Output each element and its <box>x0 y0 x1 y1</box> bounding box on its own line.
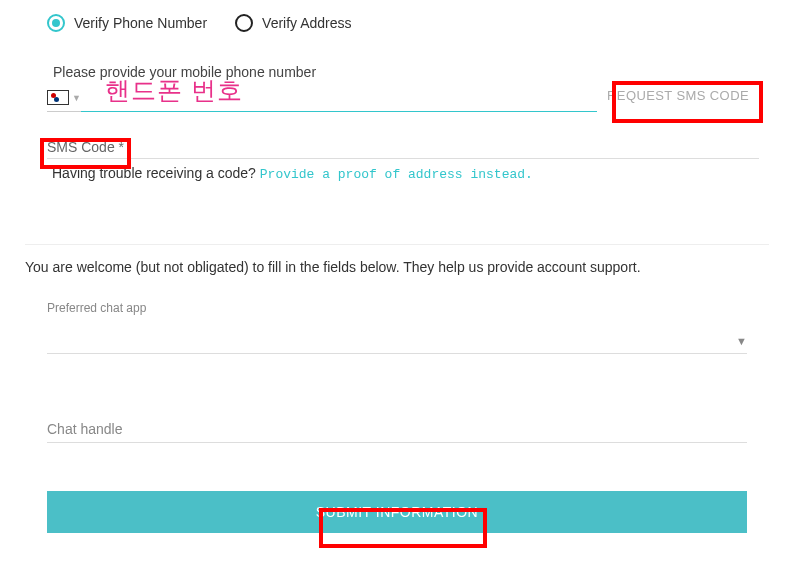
phone-prompt: Please provide your mobile phone number <box>53 64 769 80</box>
radio-icon <box>47 14 65 32</box>
sms-code-label: SMS Code * <box>47 139 124 155</box>
trouble-row: Having trouble receiving a code? Provide… <box>52 165 769 182</box>
proof-of-address-link[interactable]: Provide a proof of address instead. <box>260 167 533 182</box>
verify-address-option[interactable]: Verify Address <box>235 14 352 32</box>
verify-phone-label: Verify Phone Number <box>74 15 207 31</box>
chat-handle-block <box>47 420 747 443</box>
country-select[interactable]: ▼ <box>47 90 81 112</box>
chevron-down-icon: ▼ <box>736 335 747 347</box>
sms-code-field[interactable]: SMS Code * <box>47 138 759 159</box>
verify-address-label: Verify Address <box>262 15 352 31</box>
verify-phone-option[interactable]: Verify Phone Number <box>47 14 207 32</box>
flag-icon <box>47 90 69 105</box>
trouble-text: Having trouble receiving a code? <box>52 165 260 181</box>
radio-icon <box>235 14 253 32</box>
preferred-chat-label: Preferred chat app <box>47 301 747 315</box>
chevron-down-icon: ▼ <box>72 93 81 103</box>
section-divider <box>25 244 769 245</box>
chat-handle-input[interactable] <box>47 421 747 437</box>
phone-input-row: ▼ 핸드폰 번호 REQUEST SMS CODE <box>47 82 759 112</box>
submit-button[interactable]: SUBMIT INFORMATION <box>47 491 747 533</box>
preferred-chat-block: Preferred chat app ▼ <box>47 301 747 354</box>
request-sms-button[interactable]: REQUEST SMS CODE <box>597 82 759 112</box>
phone-input[interactable] <box>81 87 597 112</box>
verify-method-radios: Verify Phone Number Verify Address <box>47 14 769 32</box>
preferred-chat-dropdown[interactable]: ▼ <box>47 335 747 354</box>
optional-intro: You are welcome (but not obligated) to f… <box>25 259 769 275</box>
